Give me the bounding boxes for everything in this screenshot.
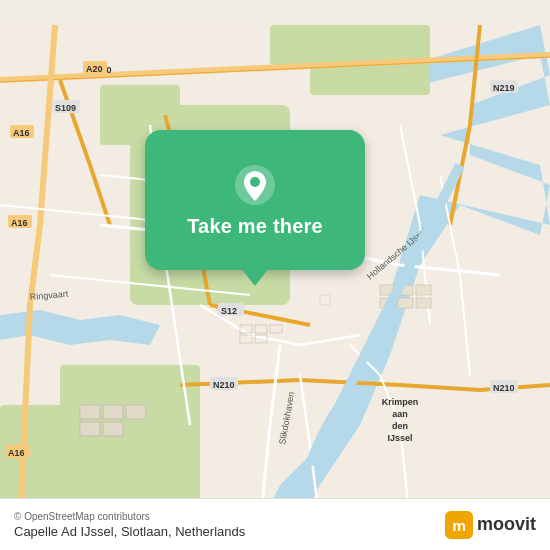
svg-text:S12: S12 xyxy=(221,306,237,316)
svg-rect-42 xyxy=(416,285,431,295)
svg-text:m: m xyxy=(452,516,466,533)
cta-label: Take me there xyxy=(187,215,323,238)
svg-text:N210: N210 xyxy=(493,383,515,393)
moovit-logo-icon: m xyxy=(445,511,473,539)
svg-text:Krimpen: Krimpen xyxy=(382,397,419,407)
svg-text:aan: aan xyxy=(392,409,408,419)
svg-rect-49 xyxy=(80,422,100,436)
svg-text:A16: A16 xyxy=(13,128,30,138)
copyright-text: © OpenStreetMap contributors xyxy=(14,511,245,522)
svg-text:A16: A16 xyxy=(11,218,28,228)
svg-text:den: den xyxy=(392,421,408,431)
svg-rect-47 xyxy=(103,405,123,419)
svg-rect-50 xyxy=(103,422,123,436)
location-text: Capelle Ad IJssel, Slotlaan, Netherlands xyxy=(14,524,245,539)
svg-text:S109: S109 xyxy=(55,103,76,113)
svg-rect-4 xyxy=(270,25,320,65)
svg-text:IJssel: IJssel xyxy=(387,433,412,443)
map-container: A20 A20 A16 A16 A16 S109 S127 S12 N210 N… xyxy=(0,0,550,550)
svg-text:A20: A20 xyxy=(86,64,103,74)
svg-text:N210: N210 xyxy=(213,380,235,390)
svg-rect-46 xyxy=(80,405,100,419)
svg-text:N219: N219 xyxy=(493,83,515,93)
map-background: A20 A20 A16 A16 A16 S109 S127 S12 N210 N… xyxy=(0,0,550,550)
svg-rect-48 xyxy=(126,405,146,419)
cta-bubble[interactable]: Take me there xyxy=(145,130,365,270)
moovit-logo: m moovit xyxy=(445,511,536,539)
info-bar: © OpenStreetMap contributors Capelle Ad … xyxy=(0,498,550,550)
svg-point-52 xyxy=(250,177,260,187)
moovit-logo-text: moovit xyxy=(477,514,536,535)
svg-rect-44 xyxy=(398,298,413,308)
info-left: © OpenStreetMap contributors Capelle Ad … xyxy=(14,511,245,539)
svg-rect-45 xyxy=(416,298,431,308)
svg-text:A16: A16 xyxy=(8,448,25,458)
location-pin-icon xyxy=(233,163,277,207)
